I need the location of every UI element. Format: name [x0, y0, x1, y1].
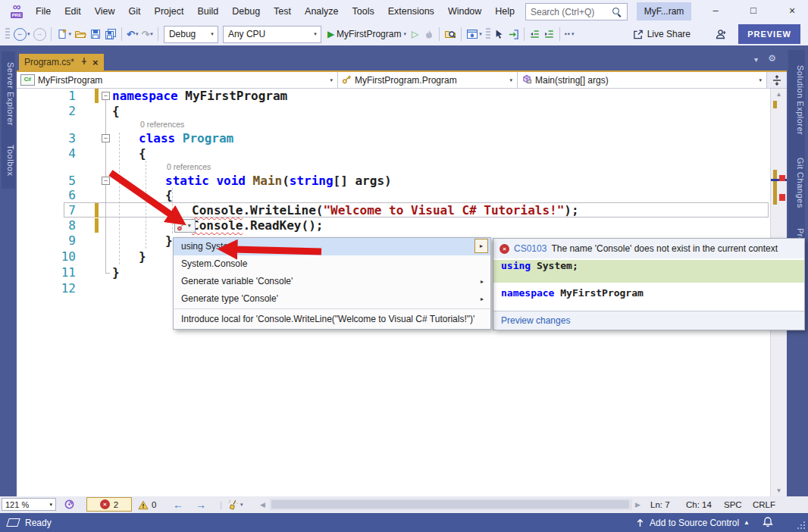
menu-build[interactable]: Build — [190, 0, 225, 23]
selection-pointer-icon[interactable] — [493, 25, 506, 43]
submenu-arrow-icon[interactable]: ▸ — [481, 290, 484, 308]
menu-tools[interactable]: Tools — [346, 0, 381, 23]
tool-tab-toolbox[interactable]: Toolbox — [2, 133, 15, 189]
fold-toggle[interactable]: − — [102, 92, 110, 100]
attach-to-process-icon[interactable] — [506, 25, 521, 43]
space-indicator[interactable]: SPC — [724, 496, 742, 513]
save-all-button[interactable] — [103, 25, 118, 43]
code-line[interactable]: } — [165, 233, 173, 248]
gear-icon[interactable]: ⚙ — [768, 53, 776, 64]
line-ending-indicator[interactable]: CRLF — [753, 496, 775, 513]
codelens-references[interactable]: 0 references — [167, 161, 211, 173]
minimize-button[interactable]: – — [702, 0, 729, 23]
solution-platform-select[interactable]: Any CPU▾ — [223, 26, 321, 43]
redo-button[interactable]: ↷▾ — [139, 25, 154, 43]
zoom-select[interactable]: 121 %▾ — [2, 498, 56, 511]
navigate-forward-icon[interactable]: → — [196, 496, 206, 513]
indent-increase-icon[interactable] — [542, 25, 556, 43]
quick-fix-item[interactable]: System.Console — [174, 255, 490, 273]
start-without-debugging-button[interactable]: ▷ — [408, 25, 422, 43]
hscroll-right-icon[interactable]: ▶ — [635, 496, 640, 513]
indent-decrease-icon[interactable] — [528, 25, 542, 43]
user-account-icon[interactable] — [713, 25, 729, 43]
open-file-button[interactable] — [73, 25, 88, 43]
maximize-button[interactable]: □ — [740, 0, 767, 23]
code-line[interactable]: class Program — [139, 131, 233, 146]
menu-edit[interactable]: Edit — [58, 0, 88, 23]
editor-horizontal-scrollbar[interactable] — [270, 499, 632, 510]
toolbar-drag-handle[interactable] — [486, 28, 490, 40]
save-button[interactable] — [88, 25, 103, 43]
code-line[interactable]: Console.WriteLine("Welcome to Visual C# … — [192, 203, 579, 217]
quick-actions-button[interactable]: ▾ — [174, 219, 196, 233]
code-line[interactable]: { — [165, 188, 173, 202]
scroll-down-icon[interactable]: ▼ — [771, 487, 787, 494]
code-line[interactable]: { — [112, 104, 120, 118]
code-line[interactable]: } — [139, 249, 146, 264]
code-cleanup-button[interactable]: ▾ — [227, 496, 243, 513]
new-project-button[interactable]: ▾ — [55, 25, 74, 43]
live-share-button[interactable]: Live Share — [631, 25, 695, 43]
add-to-source-control-button[interactable]: Add to Source Control ▲ — [635, 513, 750, 532]
hot-reload-icon[interactable] — [422, 25, 436, 43]
menu-debug[interactable]: Debug — [225, 0, 267, 23]
code-line[interactable]: } — [112, 265, 120, 280]
tool-tab-git-changes[interactable]: Git Changes — [788, 146, 805, 220]
quick-fix-item[interactable]: Introduce local for 'Console.WriteLine("… — [174, 310, 490, 329]
toolbar-overflow-button[interactable]: ••▾ — [563, 25, 576, 43]
fold-toggle[interactable]: − — [102, 177, 110, 185]
quick-fix-item[interactable]: Generate variable 'Console'▸ — [174, 273, 490, 290]
start-debugging-button[interactable]: ▶MyFirstProgram▾ — [324, 25, 408, 43]
code-line[interactable]: { — [139, 146, 146, 161]
scroll-up-icon[interactable]: ▲ — [771, 91, 787, 98]
find-in-files-button[interactable] — [443, 25, 458, 43]
member-dropdown[interactable]: Main(string[] args)▾ — [517, 72, 766, 88]
toolbar-drag-handle[interactable] — [5, 28, 10, 40]
quick-fix-item[interactable]: using System;▸ — [174, 238, 490, 255]
submenu-arrow-icon[interactable]: ▸ — [474, 239, 488, 253]
column-indicator[interactable]: Ch: 14 — [686, 496, 712, 513]
split-window-button[interactable] — [766, 72, 787, 88]
tool-tab-solution-explorer[interactable]: Solution Explorer — [788, 50, 805, 150]
menu-window[interactable]: Window — [441, 0, 488, 23]
tab-program-cs[interactable]: Program.cs* × — [19, 54, 104, 70]
close-button[interactable]: × — [778, 0, 806, 23]
pin-icon[interactable] — [80, 57, 88, 67]
quick-fix-item[interactable]: Generate type 'Console'▸ — [174, 290, 490, 308]
tab-close-icon[interactable]: × — [92, 57, 99, 68]
menu-project[interactable]: Project — [148, 0, 191, 23]
type-dropdown[interactable]: MyFirstProgram.Program▾ — [337, 72, 517, 88]
menu-analyze[interactable]: Analyze — [298, 0, 345, 23]
menu-git[interactable]: Git — [122, 0, 148, 23]
menu-test[interactable]: Test — [267, 0, 298, 23]
preview-changes-link[interactable]: Preview changes — [501, 315, 570, 326]
document-list-dropdown-icon[interactable]: ▾ — [754, 55, 758, 64]
submenu-arrow-icon[interactable]: ▸ — [481, 273, 484, 290]
hscroll-left-icon[interactable]: ◀ — [260, 496, 265, 513]
code-line[interactable]: namespace MyFirstProgram — [112, 89, 287, 103]
project-dropdown[interactable]: C# MyFirstProgram▾ — [17, 72, 337, 88]
line-indicator[interactable]: Ln: 7 — [650, 496, 670, 513]
menu-extensions[interactable]: Extensions — [381, 0, 441, 23]
error-count-badge[interactable]: × 2 — [86, 497, 132, 512]
solution-configuration-select[interactable]: Debug▾ — [164, 26, 218, 43]
menu-help[interactable]: Help — [488, 0, 521, 23]
codelens-references[interactable]: 0 references — [140, 118, 184, 130]
menu-file[interactable]: File — [29, 0, 58, 23]
resize-grip[interactable] — [797, 521, 806, 530]
search-input[interactable]: Search (Ctrl+Q) — [525, 3, 628, 20]
background-tasks-icon[interactable] — [6, 518, 20, 527]
solution-explorer-button[interactable]: ▾ — [465, 25, 484, 43]
preview-feature-button[interactable]: PREVIEW — [738, 24, 800, 44]
navigate-forward-button[interactable]: → — [32, 25, 48, 43]
navigate-back-button[interactable]: ←▾ — [12, 25, 32, 43]
undo-button[interactable]: ↶▾ — [125, 25, 139, 43]
feedback-icon[interactable] — [64, 499, 75, 511]
notifications-bell-icon[interactable] — [762, 516, 774, 530]
fold-toggle[interactable]: − — [102, 134, 110, 142]
menu-view[interactable]: View — [88, 0, 122, 23]
warning-count-badge[interactable]: 0 — [138, 496, 156, 513]
code-line[interactable]: static void Main(string[] args) — [165, 174, 392, 188]
navigate-back-icon[interactable]: ← — [173, 496, 183, 513]
code-line[interactable]: Console.ReadKey(); — [192, 218, 323, 233]
